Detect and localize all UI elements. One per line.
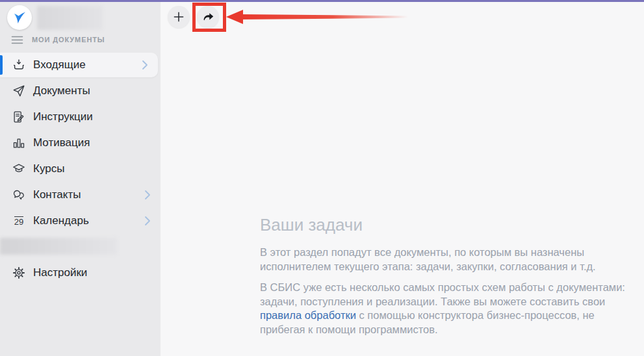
sidebar-item-label: Контакты [33, 188, 81, 201]
chevron-right-icon [140, 59, 150, 71]
sidebar-item-calendar[interactable]: 29 Календарь [0, 209, 161, 233]
bar-chart-icon [12, 136, 26, 150]
chat-bubbles-icon [12, 188, 26, 202]
calendar-day-number: 29 [14, 216, 23, 226]
chevron-right-icon [142, 189, 153, 201]
graduation-cap-icon [12, 162, 26, 176]
sidebar-item-label: Инструкции [33, 110, 93, 123]
sidebar-item-courses[interactable]: Курсы [0, 157, 161, 181]
document-edit-icon [12, 110, 26, 124]
sbis-bird-icon [12, 10, 27, 25]
sidebar-item-documents[interactable]: Документы [0, 79, 161, 103]
sidebar-item-label: Входящие [33, 58, 86, 71]
app-logo[interactable] [7, 5, 32, 30]
annotation-highlight-box [192, 3, 226, 32]
plus-icon [172, 10, 186, 24]
paper-plane-icon [12, 84, 26, 98]
sidebar-item-label: Настройки [33, 266, 87, 279]
hamburger-icon[interactable] [11, 35, 23, 45]
sidebar-item-settings[interactable]: Настройки [0, 261, 161, 285]
organization-name-blurred[interactable] [37, 6, 103, 30]
chevron-right-icon [142, 215, 153, 227]
calendar-icon: 29 [12, 214, 26, 228]
sidebar-item-instructions[interactable]: Инструкции [0, 105, 161, 129]
sidebar-section-header: МОИ ДОКУМЕНТЫ [0, 32, 161, 47]
sidebar-item-label: Календарь [33, 214, 89, 227]
inbox-icon [12, 58, 26, 72]
sidebar-item-label: Курсы [33, 162, 64, 175]
annotation-arrow-shaft [240, 14, 408, 19]
sidebar-item-label: Документы [33, 84, 90, 97]
sidebar-item-contacts[interactable]: Контакты [0, 183, 161, 207]
sidebar-item-inbox[interactable]: Входящие [0, 53, 158, 77]
paragraph-2-text-before: В СБИС уже есть несколько самых простых … [260, 281, 625, 307]
empty-state-paragraph-2: В СБИС уже есть несколько самых простых … [260, 281, 644, 337]
add-button[interactable] [168, 6, 190, 28]
sidebar: МОИ ДОКУМЕНТЫ Входящие Документы [0, 2, 161, 356]
processing-rules-link[interactable]: правила обработки [260, 309, 356, 321]
sidebar-item-blurred[interactable] [0, 238, 117, 255]
sidebar-section-label: МОИ ДОКУМЕНТЫ [32, 36, 105, 44]
page-title: Ваши задачи [260, 215, 363, 235]
sidebar-item-motivation[interactable]: Мотивация [0, 131, 161, 155]
selected-accent-bar [0, 55, 3, 75]
window-top-accent-bar [0, 0, 644, 2]
gear-icon [12, 266, 26, 280]
empty-state-paragraph-1: В этот раздел попадут все документы, по … [260, 246, 644, 273]
sidebar-item-label: Мотивация [33, 136, 90, 149]
